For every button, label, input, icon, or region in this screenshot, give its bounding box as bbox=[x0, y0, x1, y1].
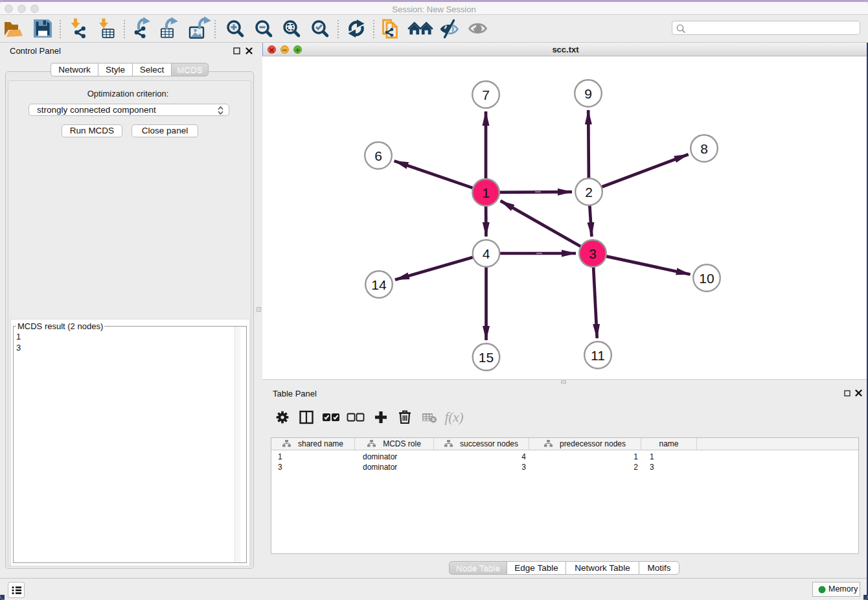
svg-text:1: 1 bbox=[482, 185, 490, 200]
svg-text:2: 2 bbox=[585, 185, 593, 200]
svg-text:3: 3 bbox=[589, 246, 597, 261]
svg-text:15: 15 bbox=[479, 350, 494, 365]
svg-text:14: 14 bbox=[371, 277, 387, 292]
svg-text:9: 9 bbox=[584, 86, 592, 101]
svg-text:4: 4 bbox=[483, 246, 490, 261]
svg-text:f(x): f(x) bbox=[444, 410, 463, 425]
svg-text:8: 8 bbox=[700, 141, 708, 156]
svg-text:6: 6 bbox=[374, 148, 382, 163]
svg-text:10: 10 bbox=[699, 271, 714, 286]
svg-text:7: 7 bbox=[482, 87, 490, 102]
svg-text:11: 11 bbox=[591, 348, 605, 363]
